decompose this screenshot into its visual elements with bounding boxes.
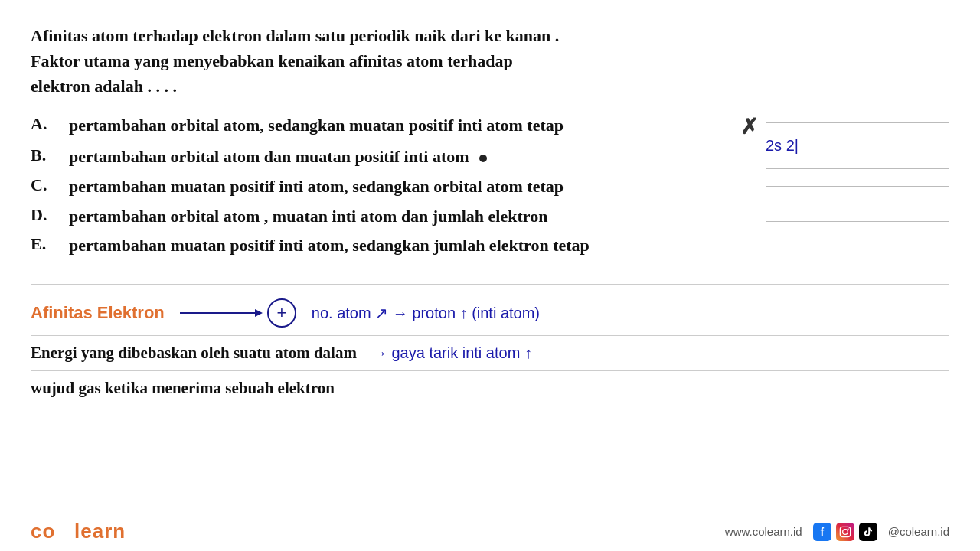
right-panel-line-2: [766, 168, 949, 169]
definition-text-1: Energi yang dibebaskan oleh suatu atom d…: [31, 344, 357, 363]
option-c-text: pertambahan muatan positif inti atom, se…: [69, 175, 758, 199]
facebook-icon: f: [813, 523, 831, 541]
afinitas-row: Afinitas Elektron + no. atom ↗ → proton …: [31, 289, 949, 336]
definition-row-1: Energi yang dibebaskan oleh suatu atom d…: [31, 336, 949, 371]
svg-rect-0: [840, 527, 850, 536]
footer-logo-co: co: [31, 520, 55, 543]
section-divider: [31, 284, 949, 285]
right-panel-note: 2s 2|: [766, 135, 949, 156]
circle-plus: +: [267, 298, 296, 328]
options-container: A. pertambahan orbital atom, sedangkan m…: [31, 114, 949, 264]
option-b-dot: [479, 155, 487, 162]
svg-point-1: [842, 529, 848, 534]
option-d: D. pertambahan orbital atom , muatan int…: [31, 205, 758, 229]
bottom-section: Afinitas Elektron + no. atom ↗ → proton …: [0, 289, 980, 406]
option-e: E. pertambahan muatan positif inti atom,…: [31, 234, 758, 258]
arrow-plus-group: +: [180, 298, 296, 328]
question-line1: Afinitas atom terhadap elektron dalam sa…: [31, 23, 949, 48]
right-panel-line-1: [766, 122, 949, 123]
option-a-mark: ✗: [740, 114, 758, 139]
right-panel-line-5: [766, 221, 949, 222]
right-panel-line-3: [766, 186, 949, 187]
option-c-label: C.: [31, 175, 69, 195]
definition-row-2: wujud gas ketika menerima sebuah elektro…: [31, 371, 949, 406]
option-b-text: pertambahan orbital atom dan muatan posi…: [69, 145, 758, 169]
instagram-icon: [836, 523, 854, 541]
footer-logo: co learn: [31, 520, 126, 543]
tiktok-icon: [859, 523, 877, 541]
option-e-text: pertambahan muatan positif inti atom, se…: [69, 234, 758, 258]
social-icons: f: [813, 523, 877, 541]
option-a-text: pertambahan orbital atom, sedangkan muat…: [69, 114, 740, 138]
footer-website: www.colearn.id: [725, 525, 802, 538]
handwritten-top-note: no. atom ↗ → proton ↑ (inti atom): [312, 304, 949, 322]
options-right-panel: 2s 2|: [758, 114, 949, 264]
definition-text-2: wujud gas ketika menerima sebuah elektro…: [31, 379, 335, 397]
social-handle: @colearn.id: [888, 525, 949, 538]
footer-right: www.colearn.id f @colearn.id: [725, 523, 949, 541]
afinitas-title: Afinitas Elektron: [31, 303, 165, 323]
definition-note-1: → gaya tarik inti atom ↑: [372, 344, 949, 362]
question-line3: elektron adalah . . . .: [31, 73, 949, 99]
option-a-label: A.: [31, 114, 69, 134]
question-line2: Faktor utama yang menyebabkan kenaikan a…: [31, 48, 949, 73]
options-left: A. pertambahan orbital atom, sedangkan m…: [31, 114, 758, 264]
option-b: B. pertambahan orbital atom dan muatan p…: [31, 145, 758, 169]
svg-point-2: [847, 528, 848, 530]
option-a: A. pertambahan orbital atom, sedangkan m…: [31, 114, 758, 139]
arrow-line: [180, 312, 256, 314]
option-e-label: E.: [31, 234, 69, 254]
option-d-text: pertambahan orbital atom , muatan inti a…: [69, 205, 758, 229]
question-text: Afinitas atom terhadap elektron dalam sa…: [31, 23, 949, 99]
option-c: C. pertambahan muatan positif inti atom,…: [31, 175, 758, 199]
footer: co learn www.colearn.id f @colearn.id: [0, 520, 980, 543]
right-panel-line-4: [766, 204, 949, 204]
option-b-label: B.: [31, 145, 69, 165]
footer-logo-learn: learn: [74, 520, 126, 543]
option-d-label: D.: [31, 205, 69, 225]
